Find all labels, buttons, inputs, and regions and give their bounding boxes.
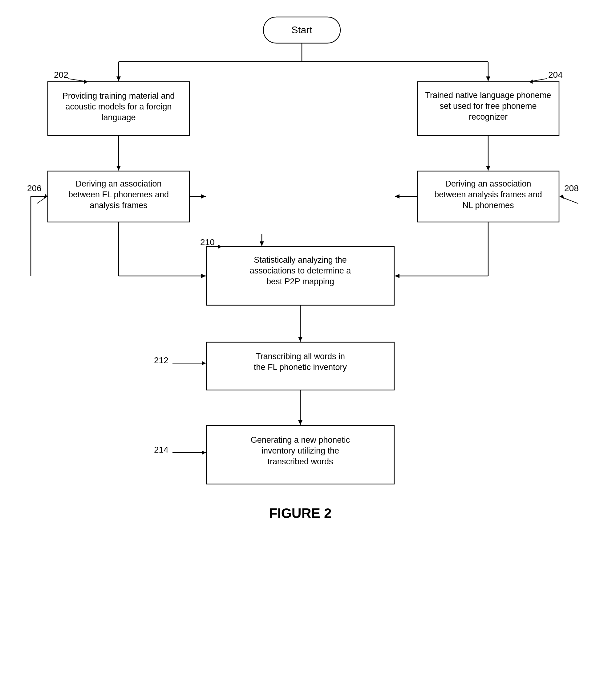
svg-text:Generating a new phonetic: Generating a new phonetic <box>251 435 350 444</box>
svg-text:210: 210 <box>200 237 215 247</box>
svg-marker-35 <box>486 77 490 81</box>
svg-marker-55 <box>298 420 303 425</box>
svg-text:recognizer: recognizer <box>469 112 508 122</box>
svg-marker-78 <box>202 451 206 455</box>
svg-text:Start: Start <box>291 24 312 36</box>
diagram-container: Start Providing training material and ac… <box>0 0 616 690</box>
svg-text:inventory utilizing the: inventory utilizing the <box>262 446 339 455</box>
svg-text:Trained native language phonem: Trained native language phoneme <box>425 91 551 100</box>
svg-line-65 <box>37 196 47 204</box>
svg-text:FIGURE 2: FIGURE 2 <box>269 506 332 521</box>
svg-text:NL phonemes: NL phonemes <box>462 201 514 210</box>
svg-text:language: language <box>101 113 135 122</box>
svg-text:Statistically analyzing the: Statistically analyzing the <box>254 255 347 265</box>
svg-text:best P2P mapping: best P2P mapping <box>266 277 334 286</box>
svg-marker-53 <box>298 337 303 341</box>
svg-marker-75 <box>202 361 206 365</box>
svg-marker-48 <box>201 274 206 278</box>
svg-text:212: 212 <box>154 355 169 365</box>
svg-text:the FL phonetic inventory: the FL phonetic inventory <box>254 362 347 372</box>
svg-marker-45 <box>260 242 264 246</box>
svg-marker-43 <box>395 194 399 198</box>
svg-text:204: 204 <box>548 70 563 80</box>
svg-text:acoustic models for a foreign: acoustic models for a foreign <box>65 102 172 111</box>
svg-text:associations to determine a: associations to determine a <box>250 266 351 275</box>
svg-text:Deriving an association: Deriving an association <box>75 179 161 188</box>
svg-marker-69 <box>559 194 564 199</box>
svg-marker-39 <box>486 166 490 170</box>
svg-text:set used for free phoneme: set used for free phoneme <box>440 101 536 111</box>
svg-marker-32 <box>116 77 121 81</box>
svg-marker-37 <box>116 166 121 170</box>
svg-text:analysis frames: analysis frames <box>90 201 148 210</box>
svg-text:Transcribing all words in: Transcribing all words in <box>256 352 345 361</box>
svg-text:Providing training material an: Providing training material and <box>63 91 175 101</box>
svg-text:214: 214 <box>154 445 169 455</box>
svg-text:Deriving an association: Deriving an association <box>445 179 531 188</box>
flowchart-svg: Start Providing training material and ac… <box>0 0 616 690</box>
svg-text:between FL phonemes and: between FL phonemes and <box>68 190 169 199</box>
svg-marker-41 <box>201 194 206 198</box>
svg-text:transcribed words: transcribed words <box>267 457 333 466</box>
svg-marker-51 <box>395 274 399 278</box>
svg-text:202: 202 <box>54 70 68 80</box>
svg-text:206: 206 <box>27 184 42 193</box>
svg-text:208: 208 <box>564 184 579 193</box>
svg-text:between analysis frames and: between analysis frames and <box>434 190 542 199</box>
